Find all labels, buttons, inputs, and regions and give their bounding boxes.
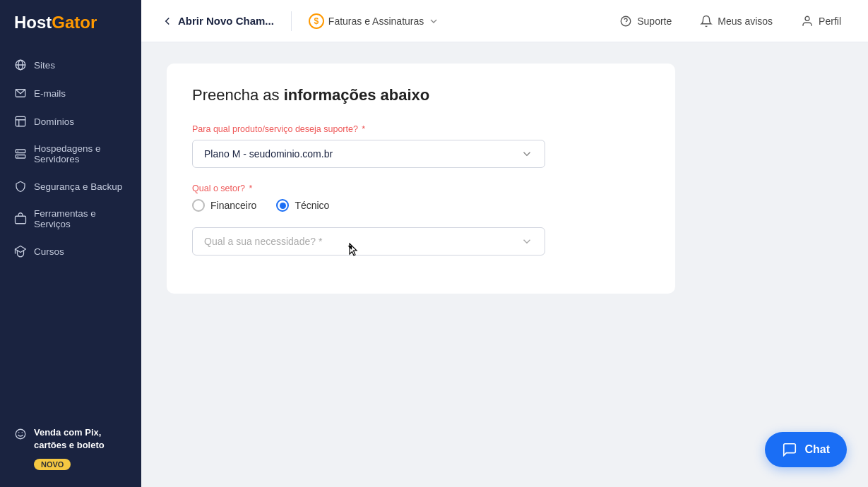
chat-label: Chat <box>804 443 830 456</box>
avisos-button[interactable]: Meus avisos <box>693 11 780 32</box>
email-icon <box>14 87 27 100</box>
sector-group: Qual o setor? * Financeiro Técnico <box>192 184 650 212</box>
sidebar-item-seguranca[interactable]: Segurança e Backup <box>0 172 141 200</box>
svg-point-17 <box>626 23 626 24</box>
avisos-label: Meus avisos <box>718 16 773 27</box>
need-placeholder: Qual a sua necessidade? * <box>204 236 322 247</box>
sidebar-item-label: E-mails <box>34 88 66 99</box>
promo-title: Venda com Pix, cartões e boleto <box>34 426 127 452</box>
svg-point-16 <box>621 16 631 26</box>
radio-circle-financeiro <box>192 199 205 212</box>
svg-rect-4 <box>16 116 25 126</box>
product-select[interactable]: Plano M - seudominio.com.br <box>192 140 545 168</box>
chat-button[interactable]: Chat <box>765 432 847 467</box>
promo-icon <box>14 428 27 440</box>
radio-label-tecnico: Técnico <box>295 200 329 211</box>
need-select[interactable]: Qual a sua necessidade? * <box>192 227 545 255</box>
sector-label: Qual o setor? * <box>192 184 650 193</box>
sector-radios: Financeiro Técnico <box>192 199 650 212</box>
user-icon <box>801 15 814 28</box>
tools-icon <box>14 212 27 225</box>
sidebar-item-label: Segurança e Backup <box>34 181 122 192</box>
back-button[interactable]: Abrir Novo Cham... <box>161 15 274 28</box>
dominios-icon <box>14 115 27 128</box>
sidebar-item-emails[interactable]: E-mails <box>0 79 141 107</box>
suporte-label: Suporte <box>637 16 672 27</box>
topnav: Abrir Novo Cham... $ Faturas e Assinatur… <box>141 0 868 42</box>
svg-point-10 <box>18 156 19 157</box>
bell-icon <box>700 15 713 28</box>
chevron-down-icon <box>428 16 439 27</box>
sidebar-item-label: Ferramentas e Serviços <box>34 208 127 229</box>
sidebar-item-hospedagens[interactable]: Hospedagens e Servidores <box>0 136 141 172</box>
sidebar-item-label: Hospedagens e Servidores <box>34 143 127 164</box>
nav-divider <box>291 11 292 31</box>
back-arrow-icon <box>161 15 174 28</box>
sidebar-item-label: Domínios <box>34 116 74 127</box>
sidebar: HostGator Sites E-mails Domínios Hosped <box>0 0 141 487</box>
radio-financeiro[interactable]: Financeiro <box>192 199 256 212</box>
faturas-label: Faturas e Assinaturas <box>328 16 424 27</box>
product-label: Para qual produto/serviço deseja suporte… <box>192 124 650 134</box>
back-label: Abrir Novo Cham... <box>178 15 274 27</box>
suporte-button[interactable]: Suporte <box>612 11 679 32</box>
sidebar-item-dominios[interactable]: Domínios <box>0 107 141 136</box>
svg-rect-7 <box>16 150 25 153</box>
logo: HostGator <box>0 0 141 45</box>
logo-text: HostGator <box>14 13 97 32</box>
radio-label-financeiro: Financeiro <box>210 200 256 211</box>
chevron-down-icon <box>521 148 533 160</box>
svg-point-18 <box>805 16 809 20</box>
svg-marker-12 <box>16 246 26 253</box>
faturas-menu[interactable]: $ Faturas e Assinaturas <box>309 13 439 29</box>
need-group: Qual a sua necessidade? * <box>192 227 650 255</box>
sidebar-nav: Sites E-mails Domínios Hospedagens e Ser… <box>0 51 141 415</box>
sidebar-promo: Venda com Pix, cartões e boleto NOVO <box>0 415 141 473</box>
help-icon <box>619 15 632 28</box>
product-group: Para qual produto/serviço deseja suporte… <box>192 124 650 168</box>
sites-icon <box>14 59 27 71</box>
product-required: * <box>362 124 365 134</box>
form-title: Preencha as informações abaixo <box>192 86 650 104</box>
promo-badge[interactable]: NOVO <box>34 459 71 470</box>
dollar-icon: $ <box>309 13 324 29</box>
radio-circle-tecnico <box>276 199 289 212</box>
perfil-label: Perfil <box>819 16 841 27</box>
svg-point-9 <box>18 151 19 152</box>
chevron-down-icon <box>521 235 533 248</box>
chat-icon <box>782 442 797 457</box>
sidebar-item-sites[interactable]: Sites <box>0 51 141 79</box>
cursos-icon <box>14 245 27 258</box>
svg-point-13 <box>16 429 25 439</box>
sidebar-item-cursos[interactable]: Cursos <box>0 237 141 265</box>
main-area: Abrir Novo Cham... $ Faturas e Assinatur… <box>141 0 868 487</box>
perfil-button[interactable]: Perfil <box>794 11 848 32</box>
sidebar-item-label: Sites <box>34 60 55 71</box>
product-value: Plano M - seudominio.com.br <box>204 148 333 160</box>
security-icon <box>14 180 27 193</box>
form-card: Preencha as informações abaixo Para qual… <box>167 64 675 294</box>
svg-rect-11 <box>16 216 26 224</box>
sidebar-item-ferramentas[interactable]: Ferramentas e Serviços <box>0 200 141 237</box>
sidebar-item-label: Cursos <box>34 246 64 257</box>
svg-rect-8 <box>16 155 25 159</box>
content-area: Preencha as informações abaixo Para qual… <box>141 42 868 487</box>
hospedagens-icon <box>14 148 27 160</box>
radio-tecnico[interactable]: Técnico <box>276 199 329 212</box>
